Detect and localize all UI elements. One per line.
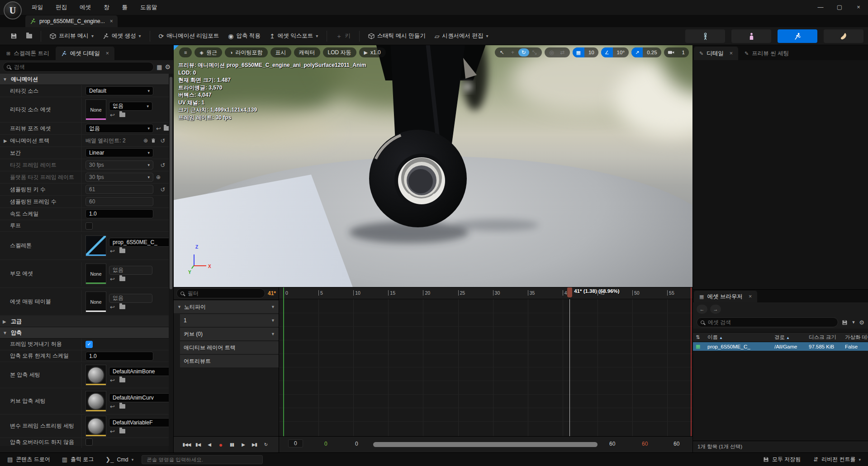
track-notify-track-1[interactable]: 1▼ bbox=[180, 314, 279, 327]
pause-button[interactable]: ▮▮ bbox=[227, 440, 237, 450]
tab-details[interactable]: ✎ 디테일 × bbox=[694, 47, 738, 60]
tab-asset-details[interactable]: 에셋 디테일 × bbox=[56, 47, 114, 60]
step-backward-button[interactable]: ▮◀ bbox=[193, 440, 203, 450]
menu-item-asset[interactable]: 에셋 bbox=[74, 2, 96, 13]
cycle-transform-space-icon[interactable]: ⇄ bbox=[557, 48, 568, 56]
history-back-button[interactable]: ← bbox=[697, 305, 707, 314]
column-type-icon[interactable]: ⇅ bbox=[693, 334, 705, 340]
physics-mode-button[interactable] bbox=[824, 29, 863, 43]
column-disk-size[interactable]: 디스크 크기 bbox=[806, 334, 842, 341]
loop-checkbox[interactable] bbox=[85, 222, 93, 230]
track-options-icon[interactable]: ▼ bbox=[271, 332, 275, 336]
details-scrollbar[interactable] bbox=[170, 77, 172, 449]
play-reverse-button[interactable]: ◀ bbox=[204, 440, 214, 450]
settings-gear-icon[interactable]: ⚙ bbox=[859, 319, 864, 326]
viewport-pill-lod-auto[interactable]: LOD 자동 bbox=[323, 47, 356, 57]
step-forward-button[interactable]: ▶▮ bbox=[250, 440, 260, 450]
add-element-icon[interactable]: ⊕ bbox=[143, 137, 148, 144]
rotate-tool-icon[interactable]: ↻ bbox=[518, 48, 529, 56]
add-element-icon[interactable]: ⊕ bbox=[156, 174, 161, 180]
menu-item-file[interactable]: 파일 bbox=[26, 2, 48, 13]
compression-settings-thumbnail[interactable] bbox=[85, 391, 106, 412]
play-forward-button[interactable]: ▶ bbox=[238, 440, 248, 450]
section-advanced[interactable]: ▶ 고급 bbox=[0, 316, 169, 327]
compression-settings-thumbnail[interactable] bbox=[85, 365, 106, 386]
console-input-pill[interactable] bbox=[142, 455, 263, 464]
save-search-icon[interactable] bbox=[842, 320, 848, 325]
save-button[interactable] bbox=[6, 30, 21, 42]
browse-asset-icon[interactable] bbox=[119, 305, 125, 309]
asset-thumbnail[interactable]: None bbox=[85, 292, 106, 312]
reset-to-default-icon[interactable]: ↺ bbox=[161, 162, 166, 169]
skeleton-thumbnail[interactable] bbox=[85, 235, 106, 256]
playhead-line[interactable] bbox=[569, 299, 570, 436]
tab-close-icon[interactable]: × bbox=[749, 293, 752, 300]
column-view-icon[interactable]: ▦ bbox=[157, 64, 162, 71]
asset-thumbnail[interactable]: None bbox=[85, 264, 106, 284]
tab-close-icon[interactable]: × bbox=[106, 50, 109, 56]
filter-icon[interactable]: ▼ bbox=[851, 320, 855, 325]
scale-tool-icon[interactable]: ⤡ bbox=[529, 48, 540, 56]
browse-asset-icon[interactable] bbox=[119, 277, 125, 281]
variable-frame-stripping-dropdown[interactable]: DefaultVariableF▾ bbox=[109, 418, 169, 427]
section-animation[interactable]: ▼ 애니메이션 bbox=[0, 74, 169, 85]
minimize-button[interactable]: — bbox=[811, 0, 830, 14]
rate-scale-field[interactable] bbox=[85, 209, 153, 218]
browse-asset-icon[interactable] bbox=[119, 429, 125, 433]
console-command-input[interactable] bbox=[146, 457, 259, 463]
track-options-icon[interactable]: ▼ bbox=[271, 305, 275, 309]
tab-skeleton-tree[interactable]: ⊞ 스켈레톤 트리 bbox=[1, 47, 55, 60]
asset-browser-search[interactable] bbox=[697, 317, 838, 327]
playhead-marker[interactable] bbox=[567, 287, 572, 297]
reset-to-default-icon[interactable]: ↺ bbox=[161, 186, 166, 193]
track-attributes[interactable]: 어트리뷰트 bbox=[180, 355, 279, 367]
timeline-graph-area[interactable]: 0510152025303540455055 41* (1.38) (68.96… bbox=[279, 287, 693, 436]
menu-item-window[interactable]: 창 bbox=[98, 2, 115, 13]
tab-close-icon[interactable]: × bbox=[730, 50, 733, 56]
add-key-button[interactable]: ＋ 키 bbox=[332, 29, 355, 42]
animation-mode-button[interactable] bbox=[778, 29, 817, 43]
use-selected-asset-icon[interactable]: ↩ bbox=[110, 428, 115, 434]
viewport-pill-show[interactable]: 표시 bbox=[270, 47, 291, 57]
retarget-source-asset-dropdown[interactable]: 없음▾ bbox=[109, 102, 152, 111]
use-selected-asset-icon[interactable]: ↩ bbox=[110, 276, 115, 282]
browse-asset-icon[interactable] bbox=[119, 404, 125, 409]
skeleton-mode-button[interactable] bbox=[685, 29, 725, 43]
viewport-pill-viewport-menu[interactable]: ≡ bbox=[179, 47, 192, 57]
rotation-snap-control[interactable]: ∠ 10° bbox=[601, 47, 629, 57]
section-compression[interactable]: ▼ 압축 bbox=[0, 327, 169, 339]
translate-tool-icon[interactable]: + bbox=[508, 48, 518, 56]
browse-asset-icon[interactable] bbox=[164, 126, 169, 131]
curve-compression-dropdown[interactable]: DefaultAnimCurv▾ bbox=[109, 393, 169, 402]
timeline-ruler[interactable]: 0510152025303540455055 bbox=[279, 287, 693, 299]
content-drawer-button[interactable]: ▤ 콘텐츠 드로어 bbox=[4, 454, 54, 465]
menu-item-tools[interactable]: 툴 bbox=[117, 2, 133, 13]
asset-search-input[interactable] bbox=[707, 319, 834, 326]
details-search-input[interactable] bbox=[13, 63, 150, 71]
record-button[interactable]: ● bbox=[216, 440, 226, 450]
save-all-button[interactable]: 모두 저장됨 bbox=[759, 454, 804, 465]
column-path[interactable]: 경로▲ bbox=[772, 334, 806, 341]
output-log-button[interactable]: ▥ 출력 로그 bbox=[58, 454, 98, 465]
interpolation-dropdown[interactable]: Linear▾ bbox=[85, 148, 153, 157]
browse-asset-icon[interactable] bbox=[119, 378, 125, 382]
tab-preview-scene-settings[interactable]: ✎ 프리뷰 씬 세팅 bbox=[739, 47, 794, 60]
track-additive-layer-tracks[interactable]: 애디티브 레이어 트랙 bbox=[180, 341, 279, 354]
loop-button[interactable]: ↻ bbox=[261, 440, 271, 450]
preview-viewport[interactable]: 프리뷰: 애니메이션 prop_6S50ME_C_engine_ani_poly… bbox=[174, 45, 693, 287]
retarget-source-dropdown[interactable]: Default▾ bbox=[85, 86, 153, 95]
surface-snap-icon[interactable]: ◎ bbox=[546, 48, 557, 56]
menu-item-help[interactable]: 도움말 bbox=[135, 2, 163, 13]
create-asset-button[interactable]: 에셋 생성▾ bbox=[99, 29, 145, 42]
edit-in-sequencer-button[interactable]: ▱ 시퀀서에서 편집▾ bbox=[431, 29, 493, 42]
timeline-zoom-scrollbar[interactable] bbox=[373, 442, 598, 447]
no-compression-override-checkbox[interactable] bbox=[85, 438, 93, 446]
preview-mesh-button[interactable]: 프리뷰 메시▾ bbox=[46, 29, 98, 42]
camera-speed-control[interactable]: 1 bbox=[664, 47, 689, 57]
use-selected-asset-icon[interactable]: ↩ bbox=[110, 404, 115, 410]
reimport-animation-button[interactable]: ⟳ 애니메이션 리임포트 bbox=[155, 29, 223, 42]
document-tab-close-icon[interactable]: × bbox=[110, 18, 113, 24]
menu-item-edit[interactable]: 편집 bbox=[50, 2, 72, 13]
bone-compression-dropdown[interactable]: DefaultAnimBone▾ bbox=[109, 367, 169, 376]
use-selected-asset-icon[interactable]: ↩ bbox=[110, 377, 115, 383]
